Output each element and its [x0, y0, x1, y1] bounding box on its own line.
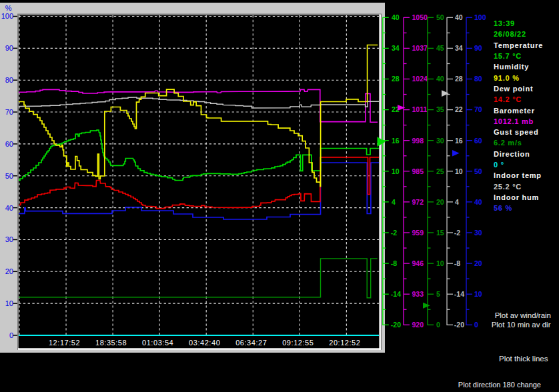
svg-text:60: 60: [474, 137, 482, 145]
svg-text:70: 70: [474, 105, 482, 113]
svg-text:15.7 °C: 15.7 °C: [494, 52, 522, 60]
svg-text:40: 40: [436, 75, 444, 83]
svg-text:%: %: [5, 4, 12, 12]
svg-text:91.0 %: 91.0 %: [494, 74, 520, 82]
svg-text:01:03:54: 01:03:54: [142, 339, 173, 347]
svg-text:-2: -2: [454, 229, 460, 237]
svg-text:-8: -8: [391, 259, 397, 267]
svg-text:Gust speed: Gust speed: [494, 128, 538, 136]
svg-text:25: 25: [436, 167, 444, 175]
svg-text:0: 0: [9, 331, 13, 339]
svg-text:-2: -2: [391, 229, 397, 237]
svg-text:946: 946: [412, 259, 424, 267]
svg-text:20: 20: [5, 267, 13, 275]
svg-text:985: 985: [412, 167, 424, 175]
svg-text:-20: -20: [454, 321, 464, 329]
svg-text:10: 10: [5, 299, 13, 307]
svg-text:35: 35: [436, 105, 444, 113]
svg-text:12:17:52: 12:17:52: [49, 339, 80, 347]
svg-text:20:12:52: 20:12:52: [329, 339, 360, 347]
svg-text:30: 30: [474, 229, 482, 237]
svg-text:Plot av wind/rain: Plot av wind/rain: [495, 311, 551, 319]
svg-text:1024: 1024: [412, 75, 428, 83]
svg-text:34: 34: [392, 44, 400, 52]
svg-text:933: 933: [412, 290, 424, 298]
svg-text:10: 10: [392, 167, 400, 175]
svg-text:40: 40: [455, 13, 463, 21]
svg-text:4: 4: [392, 198, 396, 206]
svg-text:20: 20: [436, 198, 444, 206]
svg-text:50: 50: [5, 172, 13, 180]
svg-text:16: 16: [392, 137, 400, 145]
svg-text:-14: -14: [454, 290, 464, 298]
svg-text:70: 70: [5, 108, 13, 116]
svg-text:-14: -14: [391, 290, 401, 298]
svg-text:Barometer: Barometer: [494, 107, 535, 115]
svg-text:26/08/22: 26/08/22: [494, 30, 526, 38]
svg-text:30: 30: [436, 137, 444, 145]
svg-text:30: 30: [5, 235, 13, 243]
svg-text:0: 0: [474, 321, 478, 329]
svg-text:-20: -20: [391, 321, 401, 329]
svg-text:Dew point: Dew point: [494, 85, 533, 93]
svg-text:56 %: 56 %: [494, 204, 512, 212]
svg-text:100: 100: [474, 13, 486, 21]
svg-text:0: 0: [436, 321, 440, 329]
svg-text:Indoor hum: Indoor hum: [494, 193, 539, 201]
svg-text:03:42:40: 03:42:40: [189, 339, 220, 347]
svg-text:28: 28: [455, 75, 463, 83]
svg-text:1012.1 mb: 1012.1 mb: [494, 117, 534, 125]
svg-text:34: 34: [455, 44, 463, 52]
svg-text:16: 16: [455, 137, 463, 145]
svg-text:4: 4: [455, 198, 459, 206]
svg-text:14.2 °C: 14.2 °C: [494, 95, 522, 103]
svg-text:Plot 10 min av dir: Plot 10 min av dir: [492, 321, 551, 329]
svg-text:-8: -8: [454, 259, 460, 267]
svg-text:1037: 1037: [412, 44, 428, 52]
svg-text:90: 90: [5, 44, 13, 52]
svg-text:100: 100: [1, 12, 13, 20]
svg-text:25.2 °C: 25.2 °C: [494, 183, 522, 191]
svg-text:22: 22: [455, 105, 463, 113]
svg-text:80: 80: [5, 76, 13, 84]
svg-text:959: 959: [412, 229, 424, 237]
svg-text:50: 50: [474, 167, 482, 175]
svg-text:6.2 m/s: 6.2 m/s: [494, 139, 522, 147]
svg-text:40: 40: [5, 204, 13, 212]
svg-text:Plot direction 180 change: Plot direction 180 change: [458, 381, 541, 389]
svg-text:10: 10: [455, 167, 463, 175]
svg-text:1011: 1011: [412, 105, 428, 113]
svg-text:90: 90: [474, 44, 482, 52]
svg-text:5: 5: [436, 290, 440, 298]
svg-text:Direction: Direction: [494, 150, 530, 158]
svg-text:50: 50: [436, 13, 444, 21]
svg-text:45: 45: [436, 44, 444, 52]
svg-text:06:34:27: 06:34:27: [235, 339, 267, 347]
svg-text:Humidity: Humidity: [494, 63, 529, 71]
svg-text:998: 998: [412, 137, 424, 145]
svg-text:18:35:58: 18:35:58: [95, 339, 127, 347]
svg-text:80: 80: [474, 75, 482, 83]
svg-text:920: 920: [412, 321, 424, 329]
svg-text:13:39: 13:39: [494, 19, 515, 27]
svg-text:15: 15: [436, 229, 444, 237]
svg-text:Indoor temp: Indoor temp: [494, 171, 542, 179]
svg-text:1050: 1050: [412, 13, 428, 21]
svg-text:10: 10: [474, 290, 482, 298]
svg-text:0 °: 0 °: [494, 161, 504, 169]
svg-text:10: 10: [436, 259, 444, 267]
svg-text:40: 40: [474, 198, 482, 206]
svg-text:Plot thick lines: Plot thick lines: [499, 355, 548, 363]
svg-text:40: 40: [392, 13, 400, 21]
svg-text:Temperature: Temperature: [494, 41, 543, 49]
svg-text:972: 972: [412, 198, 424, 206]
svg-text:60: 60: [5, 140, 13, 148]
svg-text:09:12:55: 09:12:55: [282, 339, 314, 347]
svg-text:28: 28: [392, 75, 400, 83]
svg-text:20: 20: [474, 259, 482, 267]
